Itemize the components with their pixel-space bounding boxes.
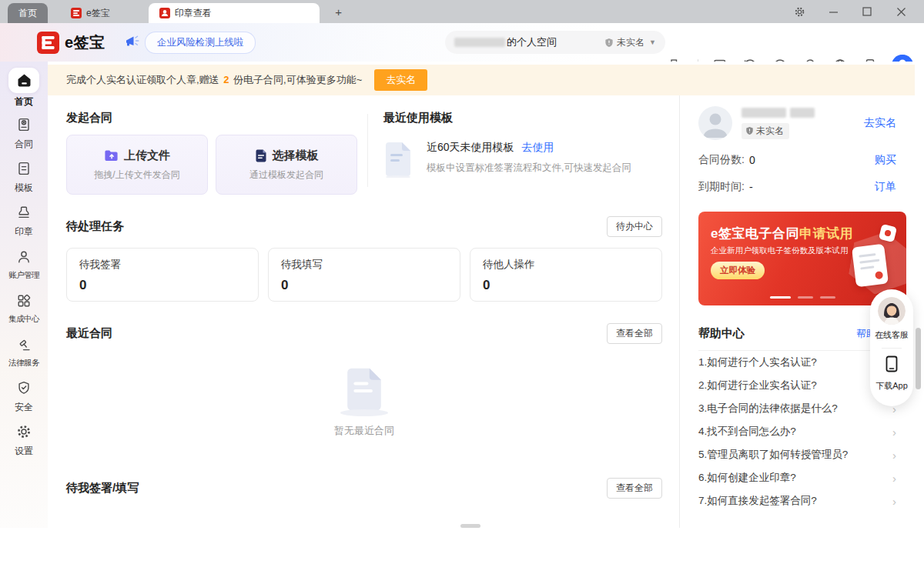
- todo-center-button[interactable]: 待办中心: [607, 216, 662, 237]
- seal-viewer-icon: [159, 8, 170, 18]
- sidebar-item-security[interactable]: 安全: [0, 375, 48, 415]
- faq-item[interactable]: 3.电子合同的法律依据是什么?›: [698, 397, 896, 420]
- template-doc-icon: [8, 158, 39, 179]
- empty-doc-icon: [344, 366, 384, 412]
- masked-username: [454, 38, 505, 47]
- promo-decor-doc: [852, 244, 889, 288]
- go-verify-button[interactable]: 去实名: [374, 69, 427, 91]
- contract-quota-row: 合同份数: 0 购买: [698, 153, 896, 167]
- sidebar-item-home[interactable]: 首页: [0, 68, 48, 108]
- tab-esign[interactable]: e签宝: [60, 3, 121, 23]
- carousel-dot[interactable]: [820, 296, 835, 299]
- faq-item[interactable]: 2.如何进行企业实名认证?›: [698, 374, 896, 397]
- workspace-suffix: 的个人空间: [507, 35, 557, 49]
- phone-icon[interactable]: [884, 355, 899, 375]
- horizontal-scrollbar-thumb[interactable]: [460, 524, 480, 528]
- new-tab-button[interactable]: +: [330, 3, 347, 20]
- tab-seal-viewer-label: 印章查看: [175, 7, 212, 20]
- announcement-pill[interactable]: 企业风险检测上线啦: [145, 32, 256, 54]
- customer-service-avatar[interactable]: [878, 297, 906, 325]
- contract-doc-icon: [8, 114, 39, 135]
- pending-tasks-title: 待处理任务: [66, 219, 124, 234]
- recent-contracts-title: 最近合同: [66, 326, 112, 341]
- content-area: 完成个人实名认证领取个人章,赠送 2 份电子合同,可体验更多功能~ 去实名 发起…: [48, 62, 915, 528]
- minimize-button[interactable]: [816, 0, 850, 23]
- online-service-label[interactable]: 在线客服: [875, 329, 909, 341]
- faq-item[interactable]: 6.如何创建企业印章?›: [698, 466, 896, 489]
- esign-logo-icon: [37, 32, 59, 54]
- recent-contracts-section: 最近合同 查看全部 暂无最近合同: [66, 323, 662, 459]
- app-header: e签宝 企业风险检测上线啦 的个人空间 未实名 ▼: [0, 23, 924, 62]
- sidebar-item-integration[interactable]: 集成中心: [0, 287, 48, 328]
- faq-item[interactable]: 7.如何直接发起签署合同?›: [698, 489, 896, 512]
- view-all-awaiting-button[interactable]: 查看全部: [607, 478, 662, 499]
- go-verify-link[interactable]: 去实名: [864, 116, 896, 130]
- task-card-to-fill[interactable]: 待我填写 0: [268, 248, 460, 302]
- sidebar-item-label: 设置: [15, 445, 33, 458]
- tab-home[interactable]: 首页: [8, 3, 48, 23]
- tab-seal-viewer[interactable]: 印章查看: [149, 3, 320, 23]
- faq-item[interactable]: 5.管理员离职了如何转授管理员?›: [698, 443, 896, 466]
- shield-icon: [745, 126, 754, 135]
- main-panel: 发起合同 上传文件 拖拽/上传文件发合同: [48, 95, 679, 528]
- window-tab-bar: 首页 e签宝 印章查看 +: [0, 0, 924, 23]
- view-all-contracts-button[interactable]: 查看全部: [607, 323, 662, 344]
- use-template-link[interactable]: 去使用: [522, 141, 554, 155]
- close-button[interactable]: [884, 0, 918, 23]
- upload-folder-icon: [104, 149, 119, 162]
- chevron-right-icon: ›: [892, 472, 896, 485]
- chevron-right-icon: ›: [892, 449, 896, 462]
- sidebar-item-label: 集成中心: [8, 314, 39, 325]
- announcement[interactable]: 企业风险检测上线啦: [124, 32, 256, 54]
- sidebar-item-label: 合同: [15, 138, 33, 151]
- task-card-awaiting-others[interactable]: 待他人操作 0: [470, 248, 662, 302]
- sidebar-item-settings[interactable]: 设置: [0, 419, 48, 459]
- sidebar-item-legal[interactable]: 法律服务: [0, 331, 48, 372]
- sidebar-item-label: 法律服务: [8, 358, 39, 369]
- sidebar-item-label: 首页: [15, 95, 33, 108]
- expiry-row: 到期时间: - 订单: [698, 180, 896, 194]
- carousel-dot-active[interactable]: [770, 296, 791, 299]
- app-window: 首页 e签宝 印章查看 +: [0, 0, 924, 564]
- logo-text: e签宝: [65, 32, 105, 53]
- buy-link[interactable]: 购买: [875, 153, 896, 167]
- carousel-dot[interactable]: [798, 296, 813, 299]
- faq-item[interactable]: 1.如何进行个人实名认证?›: [698, 351, 896, 374]
- orders-link[interactable]: 订单: [875, 180, 896, 194]
- maximize-button[interactable]: [850, 0, 884, 23]
- choose-template-desc: 通过模板发起合同: [249, 169, 323, 182]
- esign-logo-icon: [71, 8, 82, 18]
- app-settings-gear-icon[interactable]: [782, 0, 816, 23]
- vertical-scrollbar-thumb[interactable]: [916, 328, 921, 389]
- chevron-right-icon: ›: [892, 426, 896, 439]
- account-person-icon: [8, 246, 39, 268]
- profile-avatar[interactable]: [698, 106, 732, 140]
- faq-item[interactable]: 4.找不到合同怎么办?›: [698, 420, 896, 443]
- help-center-title: 帮助中心: [698, 326, 745, 341]
- security-shield-icon: [8, 377, 39, 399]
- download-app-label[interactable]: 下载App: [875, 380, 908, 392]
- task-card-to-sign[interactable]: 待我签署 0: [66, 248, 259, 302]
- realname-notice-bar: 完成个人实名认证领取个人章,赠送 2 份电子合同,可体验更多功能~ 去实名: [48, 65, 915, 95]
- upload-file-label: 上传文件: [124, 149, 170, 163]
- sidebar-item-seals[interactable]: 印章: [0, 199, 48, 240]
- choose-template-icon: [255, 149, 267, 162]
- chevron-right-icon: ›: [892, 495, 896, 508]
- user-card: 未实名 去实名: [698, 106, 896, 140]
- try-now-button[interactable]: 立即体验: [711, 262, 765, 279]
- choose-template-card[interactable]: 选择模板 通过模板发起合同: [216, 135, 357, 195]
- sidebar-item-contracts[interactable]: 合同: [0, 112, 48, 152]
- seal-stamp-icon: [8, 202, 39, 223]
- upload-file-card[interactable]: 上传文件 拖拽/上传文件发合同: [66, 135, 208, 195]
- megaphone-icon: [124, 33, 140, 52]
- sidebar-item-templates[interactable]: 模板: [0, 155, 48, 196]
- promo-banner[interactable]: e签宝电子合同申请试用 企业新用户领取电子签份数及版本试用 立即体验: [698, 212, 906, 305]
- sidebar-item-label: 安全: [15, 401, 33, 414]
- verify-status-badge: 未实名: [742, 123, 789, 139]
- notice-highlight: 2: [223, 74, 229, 85]
- workspace-selector[interactable]: 的个人空间 未实名 ▼: [445, 31, 665, 54]
- awaiting-me-section: 待我签署/填写 查看全部: [66, 478, 662, 499]
- sidebar-item-account[interactable]: 账户管理: [0, 243, 48, 284]
- integration-grid-icon: [8, 290, 39, 312]
- promo-subtitle: 企业新用户领取电子签份数及版本试用: [711, 245, 849, 256]
